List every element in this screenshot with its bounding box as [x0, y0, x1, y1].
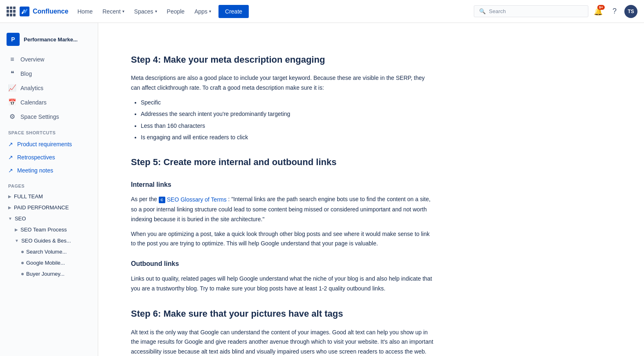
overview-icon: ≡ — [8, 56, 16, 63]
page-label-buyer-journey: Buyer Journey... — [26, 271, 65, 277]
list-item: Is engaging and will entice readers to c… — [141, 133, 434, 142]
nav-people[interactable]: People — [163, 6, 189, 17]
chevron-right-icon: ▶ — [8, 194, 11, 199]
topnav-right: 🔍 Search 🔔 9+ ? TS — [474, 5, 637, 18]
sidebar: P Performance Marke... ≡ Overview ❝ Blog… — [0, 23, 98, 356]
list-item: Specific — [141, 98, 434, 107]
internal-links-body: When you are optimizing a post, take a q… — [131, 229, 434, 249]
search-icon: 🔍 — [479, 8, 486, 14]
shortcut-meeting-notes[interactable]: ↗ Meeting notes — [0, 164, 98, 177]
bullet-icon-3 — [21, 273, 24, 275]
settings-icon: ⚙ — [8, 113, 16, 120]
sidebar-nav-settings-label: Space Settings — [20, 113, 59, 120]
topnav: Confluence Home Recent ▾ Spaces ▾ People… — [0, 0, 644, 23]
outbound-links-body: Links out to quality, related pages will… — [131, 274, 434, 294]
step6-heading: Step 6: Make sure that your pictures hav… — [131, 306, 434, 321]
page-label-seo-process: SEO Team Process — [20, 227, 67, 233]
step4-intro: Meta descriptions are also a good place … — [131, 73, 434, 93]
recent-chevron: ▾ — [122, 9, 124, 14]
page-label-google-mobile: Google Mobile... — [26, 260, 65, 266]
shortcut-label-2: Meeting notes — [17, 167, 53, 174]
sidebar-nav-overview[interactable]: ≡ Overview — [0, 52, 98, 66]
chevron-right-icon-2: ▶ — [8, 205, 11, 210]
list-item: Addresses the search intent you're predo… — [141, 109, 434, 118]
apps-chevron: ▾ — [209, 9, 211, 14]
sidebar-nav-analytics-label: Analytics — [20, 85, 43, 91]
logo-text: Confluence — [33, 8, 68, 15]
chevron-down-icon: ▼ — [8, 216, 12, 221]
create-button[interactable]: Create — [218, 5, 249, 18]
page-label-search-volume: Search Volume... — [26, 249, 67, 255]
space-icon: P — [7, 33, 20, 46]
step4-heading: Step 4: Make your meta description engag… — [131, 52, 434, 67]
chevron-down-icon-2: ▼ — [15, 238, 19, 243]
blog-icon: ❝ — [8, 70, 16, 77]
list-item: Less than 160 characters — [141, 121, 434, 130]
nav-apps[interactable]: Apps ▾ — [190, 6, 215, 17]
sidebar-nav-overview-label: Overview — [20, 56, 44, 63]
sidebar-nav-blog-label: Blog — [20, 70, 32, 77]
search-placeholder: Search — [489, 8, 506, 14]
shortcut-retrospectives[interactable]: ↗ Retrospectives — [0, 151, 98, 164]
shortcut-product-requirements[interactable]: ↗ Product requirements — [0, 138, 98, 151]
bullet-icon — [21, 251, 24, 253]
pages-buyer-journey[interactable]: Buyer Journey... — [0, 268, 98, 279]
sidebar-nav-calendars[interactable]: 📅 Calendars — [0, 95, 98, 109]
help-icon: ? — [612, 7, 617, 16]
nav-home[interactable]: Home — [73, 6, 97, 17]
search-box[interactable]: 🔍 Search — [474, 5, 588, 17]
pages-google-mobile[interactable]: Google Mobile... — [0, 257, 98, 268]
pages-full-team[interactable]: ▶ FULL TEAM — [0, 191, 98, 202]
shortcuts-section-title: SPACE SHORTCUTS — [0, 124, 98, 138]
seo-glossary-link[interactable]: C SEO Glossary of Terms — [159, 195, 227, 205]
chevron-right-icon-3: ▶ — [15, 227, 18, 232]
seo-glossary-link-text: SEO Glossary of Terms — [167, 195, 227, 205]
calendars-icon: 📅 — [8, 98, 16, 106]
pages-seo-guides[interactable]: ▼ SEO Guides & Bes... — [0, 235, 98, 246]
page-ref-icon: C — [159, 197, 165, 203]
confluence-logo[interactable]: Confluence — [20, 7, 68, 16]
pages-seo-team-process[interactable]: ▶ SEO Team Process — [0, 224, 98, 235]
shortcut-label-0: Product requirements — [17, 141, 72, 147]
step6-body: Alt text is the only way that Google can… — [131, 328, 434, 356]
pages-seo[interactable]: ▼ SEO — [0, 213, 98, 224]
space-name: Performance Marke... — [24, 36, 78, 43]
nav-spaces[interactable]: Spaces ▾ — [130, 6, 161, 17]
step4-list: Specific Addresses the search intent you… — [141, 98, 434, 142]
help-button[interactable]: ? — [608, 5, 621, 18]
page-label-seo-guides: SEO Guides & Bes... — [21, 238, 71, 244]
step5-heading: Step 5: Create more internal and outboun… — [131, 155, 434, 169]
pages-paid-performance[interactable]: ▶ PAID PERFORMANCE — [0, 202, 98, 213]
notif-badge: 9+ — [597, 5, 605, 10]
external-link-icon-3: ↗ — [8, 167, 13, 174]
page-label-seo: SEO — [15, 215, 26, 222]
pages-search-volume[interactable]: Search Volume... — [0, 246, 98, 257]
shortcut-label-1: Retrospectives — [17, 154, 55, 161]
main-content: Step 4: Make your meta description engag… — [98, 23, 466, 356]
sidebar-nav-blog[interactable]: ❝ Blog — [0, 66, 98, 81]
space-header[interactable]: P Performance Marke... — [0, 29, 98, 52]
sidebar-nav-calendars-label: Calendars — [20, 99, 47, 106]
notifications-button[interactable]: 🔔 9+ — [592, 5, 605, 18]
internal-links-para: As per the C SEO Glossary of Terms : "In… — [131, 195, 434, 224]
apps-grid-icon[interactable] — [7, 7, 16, 16]
sidebar-nav-settings[interactable]: ⚙ Space Settings — [0, 109, 98, 124]
internal-links-heading: Internal links — [131, 179, 434, 190]
bullet-icon-2 — [21, 262, 24, 264]
page-label-paid-performance: PAID PERFORMANCE — [14, 204, 69, 211]
external-link-icon: ↗ — [8, 141, 13, 147]
pages-section-title: PAGES — [0, 177, 98, 191]
sidebar-nav-analytics[interactable]: 📈 Analytics — [0, 81, 98, 95]
user-avatar[interactable]: TS — [624, 5, 637, 18]
spaces-chevron: ▾ — [155, 9, 157, 14]
outbound-links-heading: Outbound links — [131, 258, 434, 269]
analytics-icon: 📈 — [8, 84, 16, 92]
external-link-icon-2: ↗ — [8, 154, 13, 161]
page-label-full-team: FULL TEAM — [14, 193, 43, 200]
internal-links-pre: As per the — [131, 196, 159, 202]
page-layout: P Performance Marke... ≡ Overview ❝ Blog… — [0, 23, 644, 356]
nav-recent[interactable]: Recent ▾ — [98, 6, 128, 17]
